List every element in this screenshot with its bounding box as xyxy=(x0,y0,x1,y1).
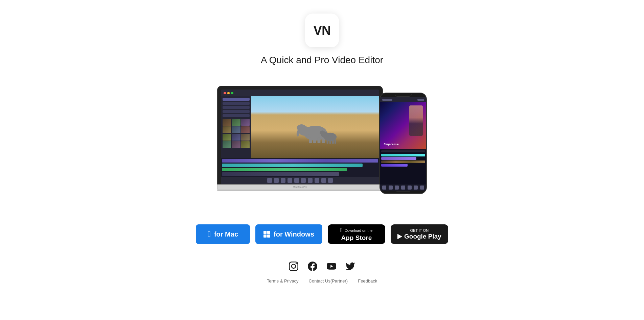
laptop-screen xyxy=(221,90,379,184)
windows-download-button[interactable]: for Windows xyxy=(255,224,322,244)
media-thumb xyxy=(223,141,231,148)
svg-point-9 xyxy=(320,130,325,135)
phone-notch xyxy=(380,93,426,97)
googleplay-main-row: Google Play xyxy=(397,233,441,240)
youtube-svg xyxy=(327,262,336,271)
play-icon xyxy=(397,234,402,239)
media-thumb xyxy=(232,134,240,141)
download-buttons-row:  for Mac for Windows  Download on the … xyxy=(196,224,448,244)
twitter-icon[interactable] xyxy=(345,261,356,272)
mac-download-button[interactable]:  for Mac xyxy=(196,224,250,244)
windows-button-label: for Windows xyxy=(274,230,314,238)
phone-icon xyxy=(389,186,393,190)
facebook-icon[interactable] xyxy=(307,261,318,272)
googleplay-download-button[interactable]: GET IT ON Google Play xyxy=(391,224,448,244)
media-thumb xyxy=(241,126,250,133)
sidebar-item xyxy=(223,98,250,101)
toolbar-icon xyxy=(308,178,313,183)
phone-titlebar-left xyxy=(382,99,392,101)
laptop-preview xyxy=(251,96,379,158)
terms-privacy-link[interactable]: Terms & Privacy xyxy=(267,278,299,284)
twitter-svg xyxy=(346,262,355,271)
apple-logo-icon:  xyxy=(208,230,211,238)
toolbar-icon xyxy=(274,178,279,183)
media-thumb xyxy=(223,126,231,133)
laptop-hinge xyxy=(217,190,383,191)
sidebar-item xyxy=(223,114,250,117)
phone-icon xyxy=(408,186,412,190)
laptop-screen-wrapper xyxy=(217,86,383,184)
facebook-svg xyxy=(308,262,317,271)
svg-rect-10 xyxy=(326,140,328,144)
appstore-apple-icon:  xyxy=(340,227,343,234)
app-icon: VN xyxy=(305,14,339,47)
instagram-svg xyxy=(289,262,298,271)
appstore-top-row:  Download on the xyxy=(340,227,372,234)
mac-button-label: for Mac xyxy=(214,230,238,238)
app-tagline: A Quick and Pro Video Editor xyxy=(261,55,383,66)
timeline-track-purple xyxy=(222,159,378,163)
laptop-toolbar xyxy=(221,177,379,184)
feedback-link[interactable]: Feedback xyxy=(358,278,377,284)
toolbar-icon xyxy=(315,178,319,183)
svg-rect-3 xyxy=(309,137,312,143)
phone-icon xyxy=(414,186,418,190)
phone-titlebar xyxy=(380,97,426,102)
toolbar-icon xyxy=(281,178,285,183)
elephant-scene xyxy=(251,96,379,158)
phone-track-teal xyxy=(381,154,425,156)
media-grid xyxy=(223,119,250,148)
phone-home-indicator xyxy=(380,191,426,193)
phone-video-preview: Supreme xyxy=(380,102,426,149)
media-thumb xyxy=(223,134,231,141)
windows-logo-icon xyxy=(263,231,270,238)
media-thumb xyxy=(232,126,240,133)
laptop-brand-text: MacBook Pro xyxy=(293,186,307,188)
googleplay-main-label: Google Play xyxy=(404,233,441,240)
laptop-content xyxy=(221,96,379,158)
phone-timeline-ruler xyxy=(381,150,425,152)
phone-track-img xyxy=(381,161,425,163)
dot-green xyxy=(231,92,233,94)
footer-links: Terms & Privacy Contact Us(Partner) Feed… xyxy=(267,278,377,284)
appstore-download-button[interactable]:  Download on the App Store xyxy=(328,224,385,244)
svg-rect-13 xyxy=(335,140,336,144)
phone-icon xyxy=(395,186,399,190)
contact-link[interactable]: Contact Us(Partner) xyxy=(309,278,348,284)
laptop-titlebar xyxy=(221,90,379,96)
toolbar-icon xyxy=(301,178,306,183)
social-icons-row xyxy=(288,261,356,272)
appstore-main-label: App Store xyxy=(341,234,372,242)
phone-video-overlay-text: Supreme xyxy=(384,143,399,146)
devices-mockup: MacBook Pro xyxy=(217,86,427,207)
elephant-svg xyxy=(271,112,360,146)
phone-screen: Supreme xyxy=(380,97,426,191)
svg-rect-12 xyxy=(332,140,334,144)
laptop-bottom-bezel: MacBook Pro xyxy=(217,184,383,190)
phone-notch-inner xyxy=(395,94,412,97)
dot-red xyxy=(224,92,226,94)
instagram-icon[interactable] xyxy=(288,261,299,272)
phone-timeline xyxy=(380,149,426,184)
appstore-sub-label: Download on the xyxy=(345,228,373,232)
googleplay-sub-label: GET IT ON xyxy=(410,228,429,232)
sidebar-item xyxy=(223,106,250,109)
win-quad-2 xyxy=(267,231,270,234)
toolbar-icon xyxy=(294,178,299,183)
phone-titlebar-right xyxy=(417,99,424,101)
phone-mockup: Supreme xyxy=(380,93,427,194)
media-thumb xyxy=(232,119,240,126)
phone-body: Supreme xyxy=(380,93,427,194)
app-icon-text: VN xyxy=(314,23,331,38)
media-thumb xyxy=(241,141,250,148)
phone-icons-row xyxy=(380,184,426,191)
toolbar-icon xyxy=(321,178,326,183)
page-container: VN A Quick and Pro Video Editor xyxy=(0,0,644,294)
phone-track-purple xyxy=(381,157,416,160)
media-thumb xyxy=(232,141,240,148)
media-thumb xyxy=(223,119,231,126)
youtube-icon[interactable] xyxy=(326,261,337,272)
laptop-timeline xyxy=(221,158,379,177)
sidebar-item xyxy=(223,102,250,105)
phone-track-extra xyxy=(381,164,408,167)
